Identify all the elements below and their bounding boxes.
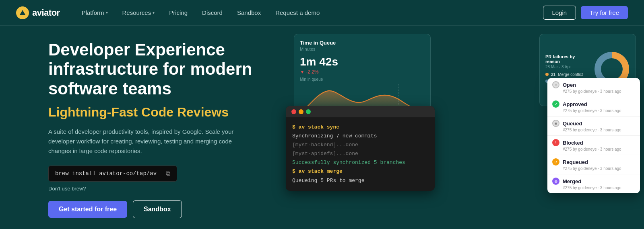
terminal-line-7: Queueing 5 PRs to merge [292,176,428,185]
pr-blocked-icon: ! [552,139,559,146]
pr-item-merged: ⊕ Merged #275 by goldeneye · 3 hours ago [547,174,640,193]
hero-description: A suite of developer productivity tools,… [48,127,242,156]
pr-item-header-merged: ⊕ Merged [552,178,635,185]
nav-discord[interactable]: Discord [196,6,228,19]
pr-label-requeued: Requeued [563,159,588,165]
try-free-button[interactable]: Try for free [581,6,628,19]
donut-date: 28 Mar - 3 Apr [545,65,589,69]
donut-item-merge: 21 Merge conflict [545,72,589,77]
navbar: aviator Platform ▾ Resources ▾ Pricing D… [0,0,644,26]
resources-chevron-icon: ▾ [153,10,155,15]
pr-item-header-blocked: ! Blocked [552,139,635,146]
pr-open-icon: ○ [552,81,559,88]
pr-meta-blocked: #275 by goldeneye · 3 hours ago [552,147,635,151]
donut-title: PR failures by reason [545,54,589,64]
chart-subtitle: Minutes [300,47,425,51]
hero-right: Time in Queue Minutes 1m 42s ▼ -2.2% Min… [282,26,644,229]
terminal-line-6: $ av stack merge [292,167,428,176]
donut-label-merge: Merge conflict [558,72,583,77]
pr-label-merged: Merged [563,178,581,184]
logo-icon [16,6,29,19]
dont-use-brew-link[interactable]: Don't use brew? [48,186,86,192]
terminal-card: $ av stack sync Synchronizing 7 new comm… [286,106,435,191]
donut-count-merge: 21 [551,72,555,77]
pr-item-header-requeued: ↺ Requeued [552,158,635,166]
main-content: Developer Experience infrastructure for … [0,26,644,229]
terminal-body: $ av stack sync Synchronizing 7 new comm… [286,117,435,191]
pr-item-open: ○ Open #275 by goldeneye · 3 hours ago [547,78,640,97]
terminal-line-2: Synchronizing 7 new commits [292,132,428,141]
pr-queued-icon: ≡ [552,120,559,127]
chart-title: Time in Queue [300,40,425,46]
terminal-dot-yellow [299,109,303,114]
nav-actions: Login Try for free [543,6,628,20]
chart-value: 1m 42s [300,55,425,68]
pr-label-approved: Approved [563,101,587,107]
logo[interactable]: aviator [16,6,60,19]
pr-meta-open: #275 by goldeneye · 3 hours ago [552,89,635,94]
pr-meta-merged: #275 by goldeneye · 3 hours ago [552,186,635,190]
nav-pricing[interactable]: Pricing [163,6,193,19]
nav-links: Platform ▾ Resources ▾ Pricing Discord S… [76,6,543,19]
svg-point-5 [601,59,622,80]
pr-approved-icon: ✓ [552,100,559,108]
get-started-button[interactable]: Get started for free [48,201,127,218]
platform-chevron-icon: ▾ [106,10,108,15]
brew-command-text: brew install aviator-co/tap/av [55,170,161,177]
pr-meta-requeued: #275 by goldeneye · 3 hours ago [552,166,635,171]
hero-subheading: Lightning-Fast Code Reviews [48,105,282,120]
sandbox-button[interactable]: Sandbox [133,200,182,218]
pr-merged-icon: ⊕ [552,178,559,185]
pr-requeued-icon: ↺ [552,158,559,166]
pr-item-header-queued: ≡ Queued [552,120,635,127]
terminal-dot-green [306,109,311,114]
pr-label-queued: Queued [563,121,582,127]
terminal-dot-red [291,109,296,114]
chart-delta: ▼ -2.2% [300,69,425,75]
pr-label-blocked: Blocked [563,140,583,146]
brew-command-box: brew install aviator-co/tap/av ⧉ [48,166,177,182]
copy-icon[interactable]: ⧉ [166,170,170,177]
hero-heading: Developer Experience infrastructure for … [48,40,282,98]
pr-label-open: Open [563,82,576,88]
terminal-line-5: Successfully synchronized 5 branches [292,158,428,167]
pr-item-header-open: ○ Open [552,81,635,88]
pr-item-queued: ≡ Queued #275 by goldeneye · 3 hours ago [547,117,640,136]
chart-min-label: Min in queue [300,77,425,82]
svg-point-1 [21,12,24,14]
login-button[interactable]: Login [543,6,576,20]
pr-item-blocked: ! Blocked #275 by goldeneye · 3 hours ag… [547,136,640,155]
pr-item-approved: ✓ Approved #275 by goldeneye · 3 hours a… [547,97,640,117]
pr-meta-queued: #275 by goldeneye · 3 hours ago [552,128,635,132]
nav-resources[interactable]: Resources ▾ [117,6,161,19]
logo-name: aviator [32,8,60,18]
pr-meta-approved: #275 by goldeneye · 3 hours ago [552,108,635,113]
hero-left: Developer Experience infrastructure for … [48,26,282,229]
pr-item-requeued: ↺ Requeued #275 by goldeneye · 3 hours a… [547,155,640,174]
donut-dot-merge [545,73,549,76]
pr-status-card: ○ Open #275 by goldeneye · 3 hours ago ✓… [547,78,640,193]
nav-request-demo[interactable]: Request a demo [270,6,325,19]
pr-item-header-approved: ✓ Approved [552,100,635,108]
terminal-line-3: [myst-backend]...done [292,141,428,149]
terminal-header [286,106,435,117]
nav-platform[interactable]: Platform ▾ [76,6,114,19]
terminal-line-4: [myst-apidefs]...done [292,149,428,158]
nav-sandbox[interactable]: Sandbox [231,6,266,19]
hero-buttons: Get started for free Sandbox [48,200,282,218]
terminal-line-1: $ av stack sync [292,123,428,132]
